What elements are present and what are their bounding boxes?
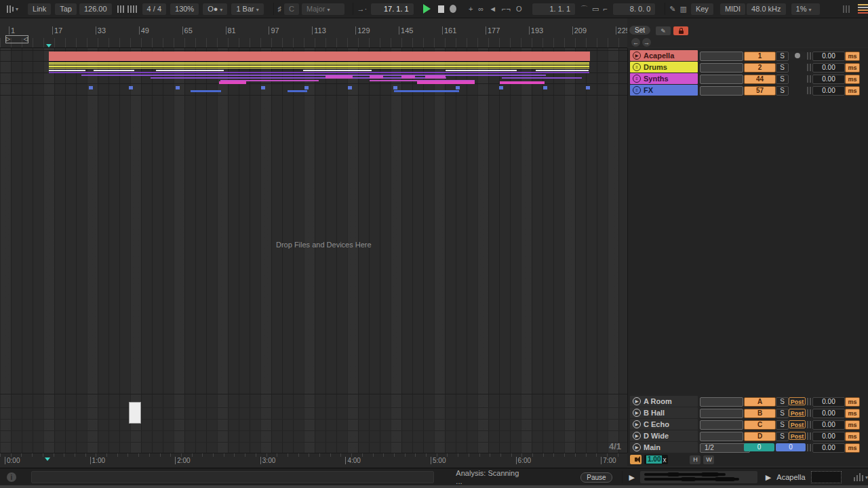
io-chooser[interactable]	[700, 397, 743, 407]
clip[interactable]	[393, 86, 397, 89]
punch-in-icon[interactable]: ◄	[489, 5, 496, 13]
selection-rect[interactable]	[129, 402, 141, 424]
track-header-drums[interactable]: ≡ Drums 2 S 0.00 ms	[628, 62, 868, 73]
chevron-down-icon[interactable]: ▾	[865, 474, 868, 481]
post-toggle[interactable]: Post	[789, 397, 806, 405]
io-chooser[interactable]	[700, 63, 743, 73]
hamburger-menu-icon[interactable]	[858, 4, 868, 14]
volume-field[interactable]: 0.00	[812, 420, 845, 430]
quantize-menu[interactable]: 1 Bar▾	[231, 3, 263, 15]
clip[interactable]	[49, 62, 589, 64]
volume-field[interactable]: 0.00	[812, 63, 845, 73]
return-letter-box[interactable]: D	[744, 432, 776, 441]
stop-button[interactable]	[438, 5, 444, 13]
clip[interactable]	[370, 75, 383, 79]
clip[interactable]	[456, 86, 460, 89]
post-toggle[interactable]: Post	[789, 420, 806, 428]
arrangement-position-field[interactable]: 17. 1. 1	[371, 3, 414, 15]
solo-button[interactable]: S	[776, 86, 789, 96]
track-number-box[interactable]: 57	[744, 86, 776, 96]
track-delay-unit[interactable]: ms	[845, 420, 860, 430]
lock-envelopes-icon[interactable]	[673, 26, 688, 35]
loop-brace[interactable]: ▷◁	[5, 35, 28, 43]
time-ruler[interactable]: 0:001:002:003:004:005:006:007:00	[0, 453, 627, 467]
io-chooser[interactable]	[700, 432, 743, 441]
midi-map-mode-button[interactable]: MIDI	[720, 3, 745, 15]
track-delay-unit[interactable]: ms	[845, 397, 860, 407]
nudge-up-icon[interactable]	[127, 5, 137, 13]
metronome-button[interactable]: O●▾	[203, 3, 227, 15]
track-header-fx[interactable]: ≡ FX 57 S 0.00 ms	[628, 85, 868, 96]
post-toggle[interactable]: Post	[789, 409, 806, 417]
groove-amount-field[interactable]: 130%	[170, 3, 199, 15]
loop-region-icon[interactable]: ⌐¬	[502, 5, 511, 13]
track-delay-unit[interactable]: ms	[845, 432, 860, 441]
clip[interactable]	[89, 86, 93, 89]
track-delay-unit[interactable]: ms	[845, 409, 860, 418]
clip[interactable]	[543, 86, 547, 89]
volume-field[interactable]: 0.00	[812, 432, 845, 441]
track-header-a-room[interactable]: ▶ A Room A S Post 0.00 ms	[628, 396, 868, 407]
preview-speaker-icon[interactable]	[630, 455, 642, 464]
capture-midi-icon[interactable]: ∞	[478, 5, 484, 13]
track-number-box[interactable]: 44	[744, 75, 776, 84]
volume-field[interactable]: 0.00	[812, 409, 845, 418]
arm-button[interactable]	[789, 52, 806, 60]
io-chooser[interactable]	[700, 420, 743, 430]
marker-pencil-icon[interactable]: ✎	[656, 26, 671, 35]
pause-analysis-button[interactable]: Pause	[580, 472, 612, 483]
volume-field[interactable]: 0.00	[812, 52, 845, 61]
track-delay-unit[interactable]: ms	[845, 86, 860, 96]
main-pan-box[interactable]: 0	[744, 443, 774, 451]
clip[interactable]	[49, 66, 589, 67]
solo-button[interactable]: S	[776, 63, 789, 73]
clip[interactable]	[49, 68, 589, 69]
track-delay-unit[interactable]: ms	[845, 443, 860, 453]
clip[interactable]	[176, 86, 180, 89]
solo-button[interactable]: S	[776, 409, 789, 418]
clip[interactable]	[49, 72, 589, 73]
io-chooser[interactable]	[700, 75, 743, 84]
track-header-synths[interactable]: ≡ Synths 44 S 0.00 ms	[628, 73, 868, 84]
new-midi-clip-icon[interactable]: +	[469, 5, 473, 13]
link-button[interactable]: Link	[28, 3, 51, 15]
width-button[interactable]: W	[703, 455, 714, 464]
fade-out-icon[interactable]: ⌐	[603, 5, 607, 13]
clip[interactable]	[49, 64, 589, 66]
solo-button[interactable]: S	[776, 420, 789, 430]
height-button[interactable]: H	[690, 455, 701, 464]
clip[interactable]	[156, 70, 224, 71]
return-letter-box[interactable]: C	[744, 420, 776, 430]
clip[interactable]	[81, 75, 546, 76]
track-delay-unit[interactable]: ms	[845, 52, 860, 61]
arrangement-area[interactable]: Drop Files and Devices Here	[0, 48, 627, 453]
time-signature-field[interactable]: 4 / 4	[142, 3, 166, 15]
clip[interactable]	[304, 86, 309, 89]
track-header-b-hall[interactable]: ▶ B Hall B S Post 0.00 ms	[628, 407, 868, 418]
clip[interactable]	[219, 81, 246, 84]
track-number-box[interactable]: 1	[744, 52, 776, 61]
playback-speed-field[interactable]: 1.00x	[644, 455, 668, 464]
loop-switch-icon[interactable]: O	[516, 5, 522, 13]
loop-length-field[interactable]: 8. 0. 0	[613, 3, 656, 15]
key-root-field[interactable]: C	[284, 3, 299, 15]
sample-waveform-preview[interactable]	[640, 471, 757, 483]
clip[interactable]	[94, 70, 134, 71]
track-header-acapella[interactable]: ▶ Acapella 1 S 0.00 ms	[628, 50, 868, 61]
tap-tempo-button[interactable]: Tap	[55, 3, 77, 15]
track-header-main[interactable]: ▶Main 1/2▾ 0 0 0.00 ms	[628, 442, 868, 453]
return-letter-box[interactable]: A	[744, 397, 776, 407]
solo-button[interactable]: S	[776, 432, 789, 441]
loop-icon[interactable]: ▭	[592, 5, 599, 13]
volume-field[interactable]: 0.00	[812, 75, 845, 84]
solo-button[interactable]: S	[776, 75, 789, 84]
track-delay-unit[interactable]: ms	[845, 63, 860, 73]
clip[interactable]	[49, 52, 590, 61]
clip[interactable]	[417, 81, 475, 84]
track-delay-unit[interactable]: ms	[845, 75, 860, 84]
clip[interactable]	[500, 81, 545, 84]
main-io-chooser[interactable]: 1/2▾	[700, 443, 750, 453]
play-button[interactable]	[423, 4, 431, 14]
clip[interactable]	[536, 70, 589, 71]
next-locator-icon[interactable]: →	[642, 38, 651, 47]
